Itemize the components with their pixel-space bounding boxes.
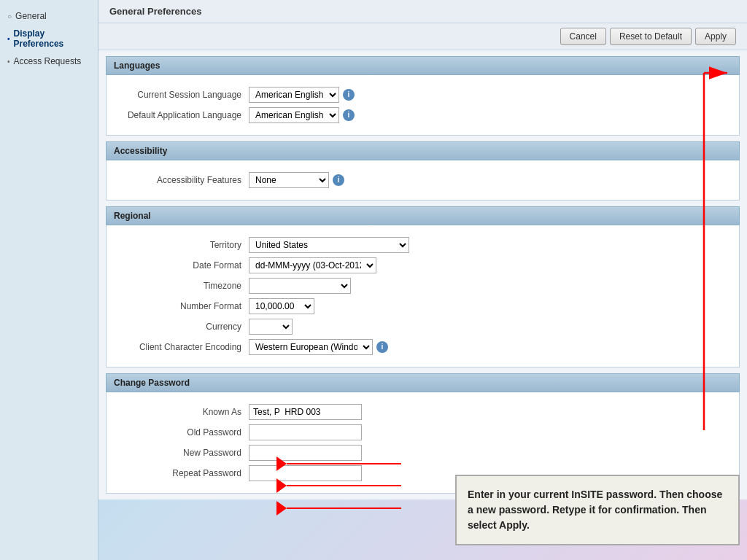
territory-row: Territory United States bbox=[117, 237, 728, 253]
regional-body: Territory United States Date Format dd-M… bbox=[106, 225, 740, 368]
known-as-control bbox=[249, 404, 362, 420]
default-app-language-control: American English i bbox=[249, 107, 355, 123]
main-wrapper: General Preferences Cancel Reset to Defa… bbox=[98, 0, 747, 560]
change-password-header: Change Password bbox=[106, 373, 740, 392]
tooltip-box: Enter in your current InSITE password. T… bbox=[455, 475, 740, 545]
accessibility-features-row: Accessibility Features None i bbox=[117, 172, 728, 188]
tooltip-text: Enter in your current InSITE password. T… bbox=[468, 489, 722, 531]
client-char-encoding-row: Client Character Encoding Western Europe… bbox=[117, 339, 728, 355]
sidebar-item-access[interactable]: • Access Requests bbox=[0, 52, 98, 70]
reset-button[interactable]: Reset to Default bbox=[610, 28, 692, 45]
page-title: General Preferences bbox=[98, 0, 747, 23]
accessibility-features-info-icon[interactable]: i bbox=[333, 174, 344, 186]
new-password-label: New Password bbox=[117, 448, 249, 458]
client-char-encoding-control: Western European (Windows) i bbox=[249, 339, 388, 355]
old-password-input[interactable] bbox=[249, 424, 362, 440]
number-format-label: Number Format bbox=[117, 301, 249, 311]
timezone-select[interactable] bbox=[249, 278, 351, 294]
accessibility-features-control: None i bbox=[249, 172, 344, 188]
territory-select[interactable]: United States bbox=[249, 237, 409, 253]
default-app-language-info-icon[interactable]: i bbox=[343, 109, 355, 121]
bullet-display: • bbox=[7, 35, 10, 43]
languages-header: Languages bbox=[106, 56, 740, 75]
sidebar-label-general: General bbox=[15, 11, 47, 21]
default-app-language-label: Default Application Language bbox=[117, 110, 249, 120]
timezone-label: Timezone bbox=[117, 281, 249, 291]
repeat-password-label: Repeat Password bbox=[117, 468, 249, 478]
currency-select[interactable] bbox=[249, 319, 293, 335]
sidebar: ○ General • DisplayPreferences • Access … bbox=[0, 0, 98, 560]
bullet-access: • bbox=[7, 58, 10, 66]
sidebar-label-display: DisplayPreferences bbox=[14, 28, 64, 49]
currency-label: Currency bbox=[117, 322, 249, 332]
current-session-language-label: Current Session Language bbox=[117, 90, 249, 100]
regional-section: Regional Territory United States Date Fo… bbox=[106, 206, 740, 368]
sidebar-item-display[interactable]: • DisplayPreferences bbox=[0, 25, 98, 52]
known-as-label: Known As bbox=[117, 407, 249, 417]
known-as-input[interactable] bbox=[249, 404, 362, 420]
date-format-control: dd-MMM-yyyy (03-Oct-2012) bbox=[249, 257, 376, 273]
regional-header: Regional bbox=[106, 206, 740, 225]
current-session-language-control: American English i bbox=[249, 87, 355, 103]
currency-row: Currency bbox=[117, 319, 728, 335]
client-char-encoding-label: Client Character Encoding bbox=[117, 342, 249, 352]
languages-body: Current Session Language American Englis… bbox=[106, 75, 740, 136]
apply-button[interactable]: Apply bbox=[695, 28, 736, 45]
accessibility-features-select[interactable]: None bbox=[249, 172, 329, 188]
new-password-row: New Password bbox=[117, 445, 728, 461]
toolbar: Cancel Reset to Default Apply bbox=[98, 23, 747, 50]
sidebar-label-access: Access Requests bbox=[14, 56, 82, 66]
number-format-control: 10,000.00 bbox=[249, 298, 314, 314]
number-format-row: Number Format 10,000.00 bbox=[117, 298, 728, 314]
territory-control: United States bbox=[249, 237, 409, 253]
known-as-row: Known As bbox=[117, 404, 728, 420]
accessibility-section: Accessibility Accessibility Features Non… bbox=[106, 141, 740, 201]
date-format-select[interactable]: dd-MMM-yyyy (03-Oct-2012) bbox=[249, 257, 376, 273]
old-password-label: Old Password bbox=[117, 427, 249, 438]
old-password-row: Old Password bbox=[117, 424, 728, 440]
repeat-password-input[interactable] bbox=[249, 465, 362, 481]
timezone-row: Timezone bbox=[117, 278, 728, 294]
number-format-select[interactable]: 10,000.00 bbox=[249, 298, 314, 314]
accessibility-header: Accessibility bbox=[106, 141, 740, 160]
old-password-control bbox=[249, 424, 362, 440]
accessibility-body: Accessibility Features None i bbox=[106, 160, 740, 201]
new-password-control bbox=[249, 445, 362, 461]
current-session-language-select[interactable]: American English bbox=[249, 87, 339, 103]
client-char-encoding-info-icon[interactable]: i bbox=[376, 341, 388, 353]
default-app-language-select[interactable]: American English bbox=[249, 107, 339, 123]
new-password-input[interactable] bbox=[249, 445, 362, 461]
main-content: General Preferences Cancel Reset to Defa… bbox=[98, 0, 747, 499]
languages-section: Languages Current Session Language Ameri… bbox=[106, 56, 740, 136]
cancel-button[interactable]: Cancel bbox=[560, 28, 606, 45]
accessibility-features-label: Accessibility Features bbox=[117, 175, 249, 185]
date-format-label: Date Format bbox=[117, 260, 249, 271]
sidebar-item-general[interactable]: ○ General bbox=[0, 7, 98, 25]
territory-label: Territory bbox=[117, 240, 249, 250]
timezone-control bbox=[249, 278, 351, 294]
currency-control bbox=[249, 319, 293, 335]
client-char-encoding-select[interactable]: Western European (Windows) bbox=[249, 339, 373, 355]
default-app-language-row: Default Application Language American En… bbox=[117, 107, 728, 123]
date-format-row: Date Format dd-MMM-yyyy (03-Oct-2012) bbox=[117, 257, 728, 273]
repeat-password-control bbox=[249, 465, 362, 481]
current-session-language-info-icon[interactable]: i bbox=[343, 89, 355, 101]
bullet-general: ○ bbox=[7, 12, 12, 20]
current-session-language-row: Current Session Language American Englis… bbox=[117, 87, 728, 103]
